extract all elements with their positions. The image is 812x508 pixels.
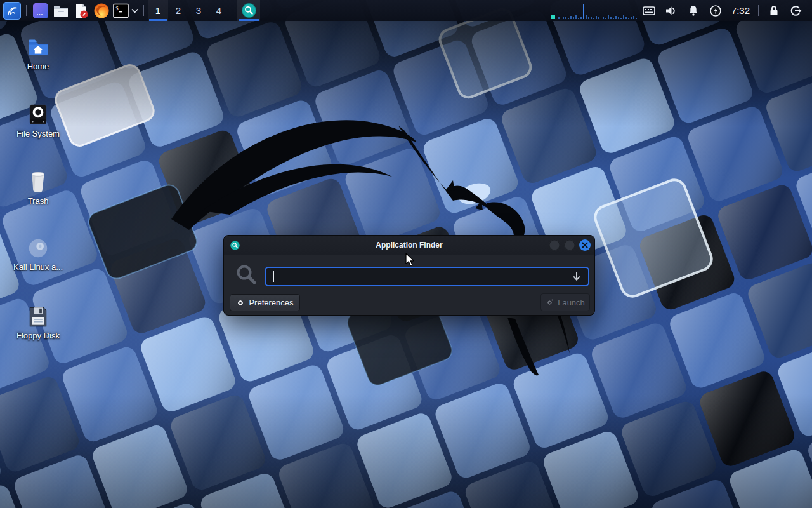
workspace-2[interactable]: 2	[168, 0, 188, 21]
clock[interactable]: 7:32	[727, 5, 754, 16]
power-manager[interactable]	[705, 0, 727, 21]
text-editor-icon	[73, 3, 89, 19]
firefox-icon	[93, 3, 110, 19]
launch-icon	[546, 298, 554, 307]
panel-left-cluster: $ 1 2 3 4	[0, 0, 260, 21]
desktop-icon-home[interactable]: Home	[5, 37, 71, 71]
workspace-4[interactable]: 4	[209, 0, 229, 21]
chevron-down-icon	[131, 8, 138, 13]
preferences-label: Preferences	[249, 298, 293, 307]
launch-label: Launch	[558, 298, 585, 307]
launcher-file-manager[interactable]	[51, 0, 71, 21]
launcher-text-editor[interactable]	[71, 0, 91, 21]
system-monitor-bars	[551, 4, 637, 19]
system-monitor[interactable]	[549, 0, 638, 21]
launch-button[interactable]: Launch	[540, 293, 590, 311]
launcher-firefox[interactable]	[91, 0, 112, 21]
desktop-icon-label: Trash	[5, 196, 71, 206]
logout-icon	[789, 4, 803, 18]
top-panel: $ 1 2 3 4	[0, 0, 812, 21]
app-finder-button[interactable]	[237, 0, 260, 21]
window-controls	[549, 239, 591, 251]
window-title: Application Finder	[224, 241, 594, 250]
lock-icon	[767, 4, 781, 18]
battery-power-icon	[709, 4, 723, 18]
floppy-disk-icon	[5, 305, 71, 329]
gear-icon	[236, 298, 245, 307]
desktop-icon-file-system[interactable]: File System	[5, 103, 71, 138]
search-icon	[242, 3, 256, 18]
close-button[interactable]	[579, 239, 591, 251]
desktop-icon-label: Home	[5, 62, 71, 71]
launcher-terminal[interactable]: $	[112, 0, 129, 21]
desktop-app-icon	[32, 3, 49, 19]
desktop-icon-label: File System	[5, 129, 71, 138]
kali-menu-button[interactable]	[2, 0, 22, 21]
titlebar[interactable]: Application Finder	[224, 236, 594, 255]
terminal-dropdown[interactable]	[129, 0, 140, 21]
kali-faded-icon	[5, 236, 71, 260]
speaker-icon	[664, 4, 678, 18]
kali-logo-icon	[3, 2, 21, 20]
search-glass-icon	[235, 263, 259, 290]
file-system-drive-icon	[5, 103, 71, 127]
launcher-desktop-app[interactable]	[30, 0, 51, 21]
text-caret	[273, 271, 274, 282]
lock-screen-button[interactable]	[763, 0, 785, 21]
bell-icon	[686, 4, 700, 18]
workspace-1[interactable]: 1	[148, 0, 168, 21]
desktop-icon-trash[interactable]: Trash	[5, 169, 71, 206]
file-manager-icon	[53, 3, 69, 19]
keyboard-indicator[interactable]	[638, 0, 660, 21]
panel-separator	[233, 5, 233, 16]
desktop-icon-kali-linux[interactable]: Kali Linux a...	[5, 236, 71, 272]
close-icon	[582, 242, 588, 248]
search-input[interactable]	[265, 267, 589, 286]
monitor-legend-square	[551, 15, 555, 19]
panel-separator	[758, 5, 759, 16]
preferences-button[interactable]: Preferences	[230, 294, 300, 311]
keyboard-icon	[642, 4, 656, 18]
panel-right-cluster: 7:32	[549, 0, 812, 21]
minimize-button[interactable]	[549, 239, 560, 251]
svg-text:$: $	[115, 6, 119, 11]
terminal-icon: $	[113, 3, 129, 18]
application-finder-window: Application Finder	[223, 235, 595, 316]
home-folder-icon	[5, 37, 71, 60]
trash-bin-icon	[5, 169, 71, 194]
desktop-icon-floppy-disk[interactable]: Floppy Disk	[5, 305, 71, 340]
desktop-icon-label: Kali Linux a...	[5, 262, 71, 272]
logout-button[interactable]	[785, 0, 807, 21]
panel-separator	[143, 5, 144, 16]
volume-control[interactable]	[660, 0, 683, 21]
panel-separator	[26, 5, 27, 16]
maximize-button[interactable]	[564, 239, 575, 251]
desktop-icon-label: Floppy Disk	[5, 331, 71, 340]
notifications[interactable]	[683, 0, 705, 21]
workspace-3[interactable]: 3	[188, 0, 209, 21]
